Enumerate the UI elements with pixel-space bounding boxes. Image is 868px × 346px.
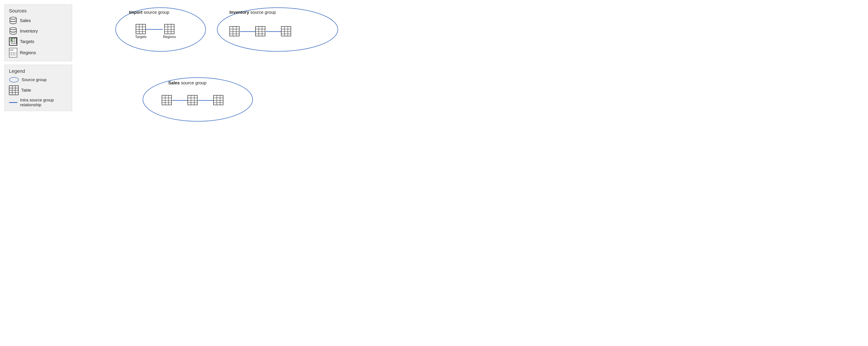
source-label-regions: Regions <box>20 50 36 55</box>
inventory-connector-2 <box>266 31 281 32</box>
sales-connector-1 <box>172 100 187 101</box>
source-label-inventory: Inventory <box>20 29 38 34</box>
svg-rect-26 <box>164 24 174 34</box>
legend-item-table: Table <box>9 86 67 95</box>
svg-rect-33 <box>230 27 239 36</box>
svg-rect-2 <box>11 38 17 43</box>
svg-rect-20 <box>136 24 146 34</box>
main-layout: Sources Sales <box>0 0 434 173</box>
source-label-targets: Targets <box>20 39 34 44</box>
sales-node-3 <box>213 95 223 105</box>
legend-title: Legend <box>9 68 67 74</box>
legend-table-icon <box>9 86 19 95</box>
excel-icon-targets: X <box>9 37 17 46</box>
legend-label-relationship: Intra source group relationship <box>20 98 67 107</box>
inventory-table-icon-2 <box>255 26 265 36</box>
import-targets-label: Targets <box>135 35 147 39</box>
svg-point-12 <box>9 77 19 82</box>
inventory-group-title: Inventory source group <box>229 10 276 15</box>
svg-point-1 <box>10 28 17 30</box>
svg-rect-64 <box>214 95 223 105</box>
svg-rect-45 <box>281 27 291 36</box>
sales-node-2 <box>187 95 197 105</box>
inventory-node-3 <box>281 26 291 36</box>
import-connector <box>146 29 163 30</box>
source-item-targets: X Targets <box>9 37 67 46</box>
source-item-regions: csv Regions <box>9 48 67 58</box>
import-regions-icon <box>164 24 175 34</box>
import-regions-label: Regions <box>163 35 176 39</box>
import-targets-node: Targets <box>135 24 147 39</box>
legend-item-relationship: Intra source group relationship <box>9 98 67 107</box>
csv-icon-regions: csv <box>9 48 17 58</box>
legend-label-source-group: Source group <box>22 77 46 82</box>
inventory-node-2 <box>255 26 265 36</box>
source-item-sales: Sales <box>9 17 67 25</box>
sales-table-icon-3 <box>213 95 223 105</box>
source-item-inventory: Inventory <box>9 27 67 35</box>
legend-list: Source group Table <box>9 77 67 107</box>
legend-line-icon <box>9 102 18 103</box>
svg-point-0 <box>10 17 17 19</box>
inventory-connector-1 <box>240 31 255 32</box>
sources-title: Sources <box>9 8 67 14</box>
import-group-title: Import source group <box>129 10 169 15</box>
source-label-sales: Sales <box>20 18 31 23</box>
legend-label-table: Table <box>21 88 31 93</box>
legend-item-source-group: Source group <box>9 77 67 83</box>
db-icon-sales <box>9 17 17 25</box>
svg-rect-52 <box>162 95 172 105</box>
sales-node-1 <box>162 95 172 105</box>
svg-rect-58 <box>188 95 197 105</box>
sales-table-icon-1 <box>162 95 172 105</box>
db-icon-inventory <box>9 27 17 35</box>
left-panel: Sources Sales <box>4 4 72 168</box>
sales-group-title: Sales source group <box>168 81 207 86</box>
import-regions-node: Regions <box>163 24 176 39</box>
import-targets-icon <box>136 24 146 34</box>
source-list: Sales Inventory <box>9 17 67 58</box>
inventory-table-icon-1 <box>229 26 240 36</box>
diagram-area: Import source group Targets <box>76 4 430 168</box>
inventory-table-icon-3 <box>281 26 291 36</box>
svg-rect-39 <box>255 27 265 36</box>
legend-ellipse-icon <box>9 77 19 83</box>
inventory-node-1 <box>229 26 240 36</box>
legend-panel: Legend Source group <box>4 65 72 111</box>
sources-panel: Sources Sales <box>4 4 72 61</box>
sales-connector-2 <box>198 100 213 101</box>
sales-table-icon-2 <box>187 95 197 105</box>
